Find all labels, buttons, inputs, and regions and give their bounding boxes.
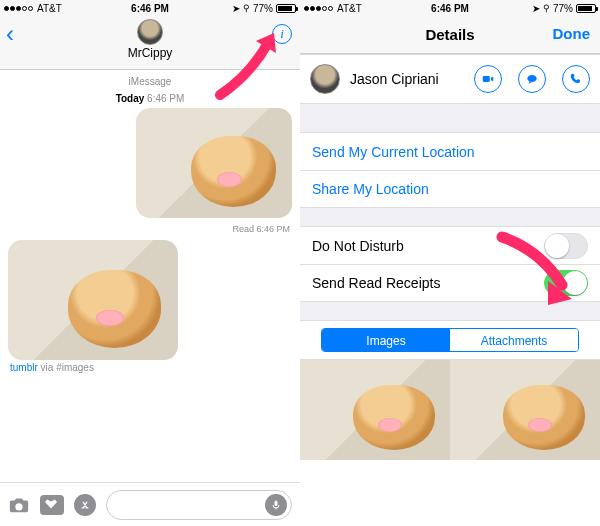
contact-name-label: MrCippy xyxy=(128,46,173,60)
microphone-icon[interactable] xyxy=(265,494,287,516)
share-my-location-button[interactable]: Share My Location xyxy=(300,170,600,208)
image-source-label: tumblr via #images xyxy=(10,362,300,373)
timestamp-day: Today xyxy=(116,93,145,104)
attachments-segmented-row: Images Attachments xyxy=(300,320,600,360)
bluetooth-icon: ⚲ xyxy=(243,3,250,13)
battery-pct-label: 77% xyxy=(253,3,273,14)
do-not-disturb-row: Do Not Disturb xyxy=(300,226,600,264)
status-bar: AT&T 6:46 PM ➤ ⚲ 77% xyxy=(0,0,300,16)
app-store-icon[interactable] xyxy=(74,494,96,516)
svg-point-2 xyxy=(527,75,536,82)
send-read-receipts-toggle[interactable] xyxy=(544,270,588,296)
signal-dots-icon xyxy=(4,6,33,11)
received-message xyxy=(8,240,178,360)
compose-bar xyxy=(0,482,300,526)
signal-dots-icon xyxy=(304,6,333,11)
svg-rect-0 xyxy=(275,500,278,506)
messages-conversation-screen: AT&T 6:46 PM ➤ ⚲ 77% ‹ MrCippy i iMessag… xyxy=(0,0,300,526)
details-body: Jason Cipriani Send My Current Location … xyxy=(300,54,600,526)
timestamp-label: Today 6:46 PM xyxy=(0,93,300,104)
do-not-disturb-label: Do Not Disturb xyxy=(312,238,404,254)
status-bar: AT&T 6:46 PM ➤ ⚲ 77% xyxy=(300,0,600,16)
segment-images[interactable]: Images xyxy=(322,329,450,351)
contact-avatar[interactable] xyxy=(137,19,163,45)
section-gap xyxy=(300,302,600,320)
facetime-video-button[interactable] xyxy=(474,65,502,93)
received-image-bubble[interactable] xyxy=(8,240,178,360)
messages-details-screen: AT&T 6:46 PM ➤ ⚲ 77% Details Done Jason … xyxy=(300,0,600,526)
send-read-receipts-label: Send Read Receipts xyxy=(312,275,440,291)
section-gap xyxy=(300,104,600,132)
sent-image-bubble[interactable] xyxy=(136,108,292,218)
read-receipt-label: Read 6:46 PM xyxy=(0,224,290,234)
call-button[interactable] xyxy=(562,65,590,93)
contact-full-name: Jason Cipriani xyxy=(350,71,458,87)
details-info-button[interactable]: i xyxy=(272,24,292,44)
battery-icon xyxy=(576,4,596,13)
carrier-label: AT&T xyxy=(337,3,362,14)
clock-label: 6:46 PM xyxy=(131,3,169,14)
location-arrow-icon: ➤ xyxy=(532,3,540,14)
bluetooth-icon: ⚲ xyxy=(543,3,550,13)
do-not-disturb-toggle[interactable] xyxy=(544,233,588,259)
conversation-body: iMessage Today 6:46 PM Read 6:46 PM tumb… xyxy=(0,70,300,482)
source-link[interactable]: tumblr xyxy=(10,362,38,373)
source-via: via #images xyxy=(38,362,94,373)
done-button[interactable]: Done xyxy=(553,25,591,42)
send-current-location-button[interactable]: Send My Current Location xyxy=(300,132,600,170)
message-button[interactable] xyxy=(518,65,546,93)
timestamp-time: 6:46 PM xyxy=(144,93,184,104)
battery-pct-label: 77% xyxy=(553,3,573,14)
attachment-thumbnail[interactable] xyxy=(300,360,450,460)
page-title: Details xyxy=(425,26,474,43)
digital-touch-icon[interactable] xyxy=(40,495,64,515)
segment-attachments[interactable]: Attachments xyxy=(450,329,578,351)
back-chevron-icon[interactable]: ‹ xyxy=(6,20,14,48)
carrier-label: AT&T xyxy=(37,3,62,14)
clock-label: 6:46 PM xyxy=(431,3,469,14)
message-input[interactable] xyxy=(106,490,292,520)
segmented-control: Images Attachments xyxy=(321,328,579,352)
thread-type-label: iMessage xyxy=(0,76,300,87)
section-gap xyxy=(300,208,600,226)
camera-icon[interactable] xyxy=(8,494,30,516)
send-read-receipts-row: Send Read Receipts xyxy=(300,264,600,302)
contact-avatar xyxy=(310,64,340,94)
conversation-navbar: ‹ MrCippy i xyxy=(0,16,300,70)
location-arrow-icon: ➤ xyxy=(232,3,240,14)
attachment-thumbnail[interactable] xyxy=(450,360,600,460)
battery-icon xyxy=(276,4,296,13)
details-navbar: Details Done xyxy=(300,16,600,54)
contact-row[interactable]: Jason Cipriani xyxy=(300,54,600,104)
svg-rect-1 xyxy=(483,76,490,82)
attachment-thumbnails xyxy=(300,360,600,526)
